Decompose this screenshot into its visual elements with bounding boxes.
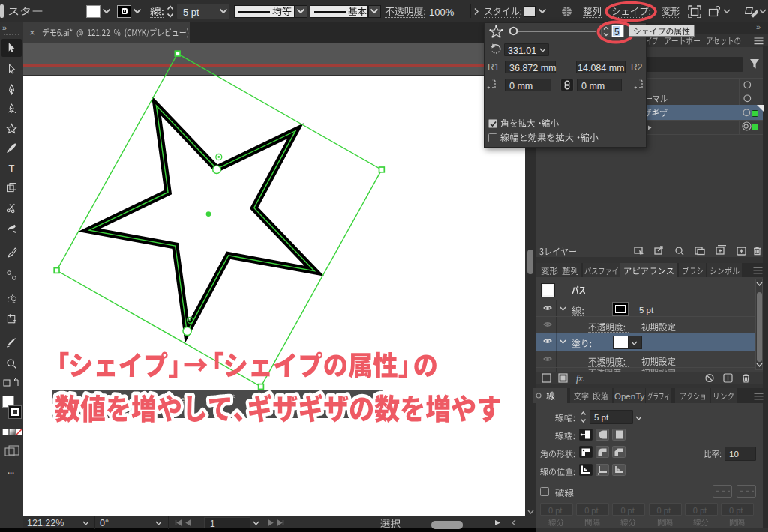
svg-text:T: T	[9, 163, 15, 174]
svg-text:fx.: fx.	[576, 373, 585, 384]
